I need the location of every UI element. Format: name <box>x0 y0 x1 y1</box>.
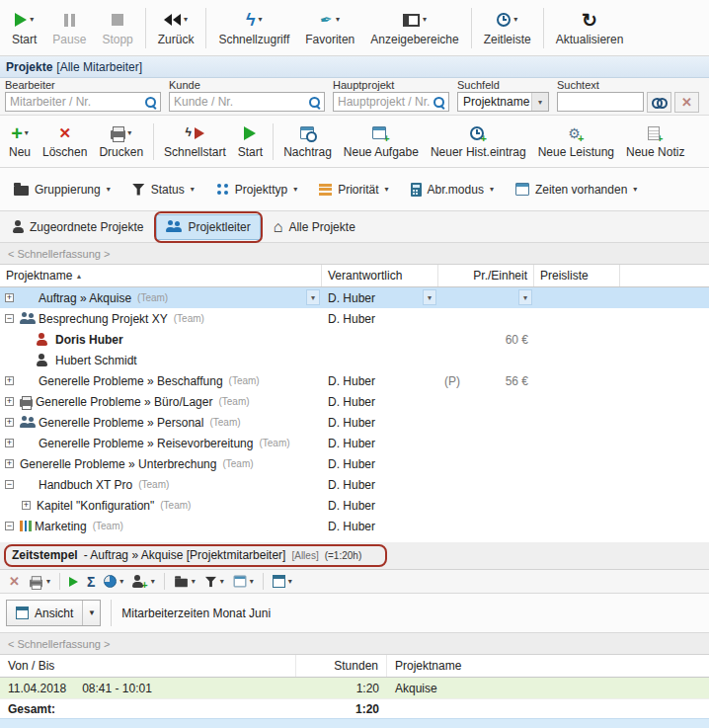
sum-button[interactable]: Σ <box>83 573 99 591</box>
expander-icon[interactable]: + <box>5 293 14 302</box>
column-header-projektname[interactable]: Projektname <box>387 655 709 677</box>
chevron-down-icon[interactable]: ▾ <box>490 186 494 194</box>
timeline-button[interactable]: ▾ Zeitleiste <box>476 3 539 53</box>
column-header-von-bis[interactable]: Von / Bis <box>0 655 296 677</box>
start-timer-button[interactable] <box>65 575 82 589</box>
chevron-down-icon[interactable]: ▾ <box>423 16 427 24</box>
hauptprojekt-field[interactable] <box>333 92 449 112</box>
view-areas-button[interactable]: ▾ Anzeigebereiche <box>362 3 466 53</box>
project-row[interactable]: Hubert Schmidt <box>0 350 709 370</box>
project-row[interactable]: +Kapitel "Konfiguration"(Team)D. Huber <box>0 495 709 516</box>
billing-mode-button[interactable]: Abr.modus ▾ <box>402 175 503 204</box>
new-history-entry-button[interactable]: + Neuer Hist.eintrag <box>425 119 532 165</box>
project-row[interactable]: +Generelle Probleme » Beschaffung(Team)D… <box>0 370 709 391</box>
column-header-verantwortlich[interactable]: Verantwortlich <box>322 265 438 286</box>
kunde-field[interactable] <box>169 92 325 112</box>
report-button[interactable]: ▾ <box>269 573 296 590</box>
person-button[interactable]: +▾ <box>128 573 158 590</box>
filter-button[interactable]: ▾ <box>200 574 228 590</box>
chevron-down-icon[interactable]: ▾ <box>259 16 263 24</box>
project-type-button[interactable]: Projekttyp ▾ <box>207 175 306 204</box>
cell-dropdown[interactable]: ▾ <box>306 289 320 305</box>
chevron-down-icon[interactable]: ▾ <box>191 186 195 194</box>
chevron-down-icon[interactable]: ▾ <box>220 578 224 586</box>
expander-icon[interactable]: − <box>5 314 14 323</box>
bearbeiter-input[interactable] <box>10 95 142 109</box>
back-button[interactable]: ▾ Zurück <box>150 3 202 53</box>
new-service-button[interactable]: ⚙+ Neue Leistung <box>532 119 620 165</box>
chevron-down-icon[interactable]: ▾ <box>127 129 131 137</box>
expander-icon[interactable]: + <box>5 459 14 468</box>
expander-icon[interactable]: + <box>5 439 14 447</box>
tab-zugeordnete-projekte[interactable]: Zugeordnete Projekte <box>3 214 153 240</box>
delete-time-button[interactable]: ✕ <box>5 573 24 590</box>
expander-icon[interactable]: + <box>5 376 14 385</box>
clear-search-button[interactable]: ✕ <box>674 92 699 113</box>
chevron-down-icon[interactable]: ▾ <box>385 186 389 194</box>
refresh-button[interactable]: ↻ Aktualisieren <box>548 3 632 53</box>
chevron-down-icon[interactable]: ▾ <box>288 578 292 586</box>
chevron-down-icon[interactable]: ▾ <box>336 16 340 24</box>
project-row[interactable]: −Handbuch XT Pro(Team)D. Huber <box>0 474 709 495</box>
cell-dropdown[interactable]: ▾ <box>518 289 532 305</box>
new-note-button[interactable]: + Neue Notiz <box>620 119 690 165</box>
chevron-down-icon[interactable]: ▾ <box>30 16 34 24</box>
time-row[interactable]: Gesamt:1:20 <box>0 698 709 718</box>
print-times-button[interactable]: ▾ <box>25 574 54 590</box>
search-execute-button[interactable] <box>647 92 671 113</box>
grouping-button[interactable]: Gruppierung ▾ <box>5 175 119 204</box>
tab-alle-projekte[interactable]: ⌂ Alle Projekte <box>264 214 365 240</box>
chevron-down-icon[interactable]: ▾ <box>184 16 188 24</box>
quick-entry-bar[interactable]: < Schnellerfassung > <box>0 243 709 265</box>
priority-button[interactable]: Priorität ▾ <box>310 175 397 204</box>
suchfeld-select[interactable]: Projektname ▾ <box>457 92 549 112</box>
hauptprojekt-input[interactable] <box>338 95 431 109</box>
project-row[interactable]: +Generelle Probleme » Büro/Lager(Team)D.… <box>0 391 709 412</box>
stop-button[interactable]: Stopp <box>94 3 140 53</box>
start-button[interactable]: ▾ Start <box>4 3 44 53</box>
project-row[interactable]: +Generelle Probleme » Unterbrechung(Team… <box>0 453 709 474</box>
chevron-down-icon[interactable]: ▾ <box>119 578 123 586</box>
expander-icon[interactable]: + <box>22 501 31 510</box>
quickstart-button[interactable]: Schnellstart <box>158 119 232 165</box>
project-row[interactable]: +Auftrag » Akquise(Team)▾D. Huber▾▾ <box>0 287 709 308</box>
expander-icon[interactable]: + <box>5 397 14 406</box>
times-available-button[interactable]: Zeiten vorhanden ▾ <box>507 175 646 204</box>
chart-button[interactable]: ▾ <box>100 573 127 590</box>
time-row[interactable]: 11.04.201808:41 - 10:011:20Akquise <box>0 678 709 698</box>
chevron-down-icon[interactable]: ▼ <box>82 601 100 625</box>
search-icon[interactable] <box>308 96 321 109</box>
chevron-down-icon[interactable]: ▾ <box>192 578 196 586</box>
column-header-projektname[interactable]: Projektname ▲ <box>0 265 322 286</box>
chevron-down-icon[interactable]: ▾ <box>633 186 637 194</box>
suchtext-input[interactable] <box>562 95 640 109</box>
search-icon[interactable] <box>144 96 157 109</box>
print-button[interactable]: ▾ Drucken <box>93 119 149 165</box>
cell-dropdown[interactable]: ▾ <box>423 289 436 305</box>
chevron-down-icon[interactable]: ▾ <box>46 578 50 586</box>
quick-entry-bar[interactable]: < Schnellerfassung > <box>0 633 709 655</box>
chevron-down-icon[interactable]: ▾ <box>151 578 155 586</box>
expander-icon[interactable]: − <box>5 480 14 489</box>
pause-button[interactable]: Pause <box>44 3 94 53</box>
ansicht-button[interactable]: Ansicht ▼ <box>6 600 101 626</box>
start-project-button[interactable]: Start <box>232 119 269 165</box>
status-button[interactable]: Status ▾ <box>123 175 203 204</box>
kunde-input[interactable] <box>174 95 306 109</box>
expander-icon[interactable]: − <box>5 522 14 530</box>
chevron-down-icon[interactable]: ▾ <box>250 578 254 586</box>
chevron-down-icon[interactable]: ▾ <box>107 186 111 194</box>
backdate-button[interactable]: Nachtrag <box>277 119 338 165</box>
chevron-down-icon[interactable]: ▾ <box>531 93 548 111</box>
new-button[interactable]: +▾ Neu <box>3 119 37 165</box>
project-row[interactable]: +Generelle Probleme » Personal(Team)D. H… <box>0 412 709 433</box>
new-task-button[interactable]: + Neue Aufgabe <box>338 119 425 165</box>
chevron-down-icon[interactable]: ▾ <box>25 129 29 137</box>
bearbeiter-field[interactable] <box>5 92 161 112</box>
quick-access-button[interactable]: ϟ▾ Schnellzugriff <box>210 3 297 53</box>
project-row[interactable]: Doris Huber60 € <box>0 329 709 350</box>
project-row[interactable]: −Besprechung Projekt XY(Team)D. Huber <box>0 308 709 329</box>
project-row[interactable]: +Generelle Probleme » Reisevorbereitung(… <box>0 433 709 453</box>
column-header-preinheit[interactable]: Pr./Einheit <box>438 265 534 286</box>
expander-icon[interactable]: + <box>5 418 14 427</box>
